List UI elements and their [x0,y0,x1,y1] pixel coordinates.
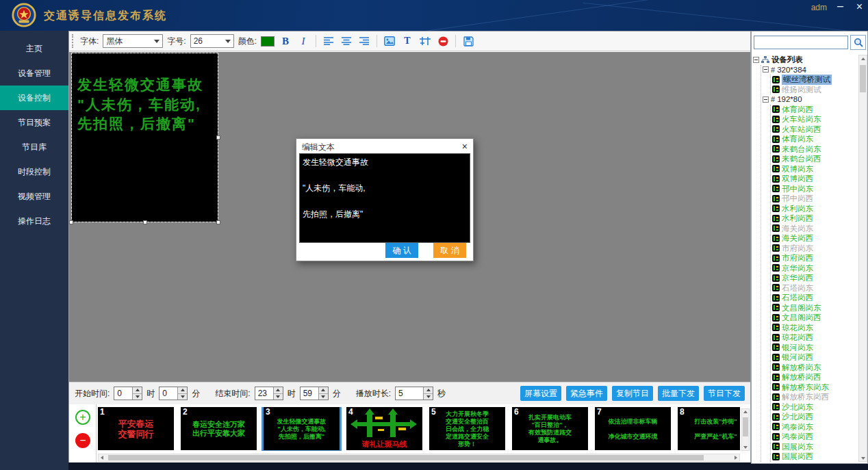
device-item[interactable]: 文昌阁岗西 [772,313,857,323]
led-selection[interactable]: 发生轻微交通事故 "人未伤，车能动, 先拍照，后撤离" [71,53,218,222]
device-item[interactable]: 银河岗东 [772,343,857,353]
device-item[interactable]: 京华岗西 [772,273,857,283]
scrollbar-thumb[interactable] [108,455,704,460]
spinner[interactable] [273,387,283,400]
device-item[interactable]: 解放桥岗东 [772,363,857,373]
spin-down-icon[interactable] [424,394,433,400]
device-item[interactable]: 海关岗东 [772,224,857,234]
collapse-icon[interactable] [763,66,769,73]
device-item[interactable]: 水利岗西 [772,213,857,224]
device-item[interactable]: 鸿泰岗西 [772,432,857,442]
device-item[interactable]: 市府岗西 [772,253,857,263]
device-item[interactable]: 琼花岗西 [772,332,857,343]
device-item[interactable]: 来鹤台岗东 [772,144,857,155]
align-left-button[interactable] [322,34,335,48]
program-thumb[interactable]: 8打击改装"炸街" 严查严处"机车" [678,407,740,450]
device-item[interactable]: 解放桥东岗东 [772,382,857,393]
device-item[interactable]: 京华岗东 [772,263,857,274]
device-item[interactable]: 海关岗西 [772,233,857,244]
end-hour-stepper[interactable]: 23 [255,387,283,400]
start-minute-stepper[interactable]: 0 [159,387,188,400]
scroll-down-icon[interactable] [859,455,867,461]
program-thumb[interactable]: 5大力开展秋冬季交通安全整治百日会战，全力稳定道路交通安全形势！ [429,407,505,450]
device-item[interactable]: 来鹤台岗西 [772,154,857,164]
action-button[interactable]: 紧急事件 [566,386,607,401]
collapse-icon[interactable] [753,57,759,63]
spinner[interactable] [423,387,433,400]
confirm-button[interactable]: 确 认 [385,243,418,258]
spin-down-icon[interactable] [274,394,283,400]
device-item[interactable]: 解放桥岗西 [772,372,857,382]
sidebar-item[interactable]: 节目预案 [0,110,68,135]
device-item[interactable]: 水利岗东 [772,204,857,214]
program-thumb[interactable]: 6扎实开展电动车"百日整治"，有效预防道路交通事故。 [512,407,588,450]
device-item[interactable]: 体育岗东 [772,134,857,144]
spin-up-icon[interactable] [319,387,328,394]
insert-image-button[interactable] [383,34,396,48]
scrollbar-thumb[interactable] [860,65,866,92]
device-item[interactable]: 银河岗西 [772,352,857,363]
resize-handle[interactable] [69,220,73,224]
scrollbar-thumb[interactable] [743,417,748,436]
spin-up-icon[interactable] [178,387,187,394]
device-item[interactable]: 火车站岗东 [772,114,857,125]
device-item[interactable]: 火车站岗西 [772,125,857,135]
device-item[interactable]: 国展岗东 [772,442,857,452]
align-right-button[interactable] [357,34,371,48]
font-size-select[interactable]: 26 [190,34,234,48]
scroll-up-icon[interactable] [859,55,867,62]
action-button[interactable]: 复制节目 [612,386,653,401]
end-minute-stepper[interactable]: 59 [300,387,329,400]
stop-publish-button[interactable] [436,34,450,48]
italic-button[interactable]: I [296,34,310,48]
sidebar-item[interactable]: 主页 [0,36,68,61]
color-swatch[interactable] [261,36,275,47]
spinner[interactable] [177,387,187,400]
device-group[interactable]: #320*384 [763,65,857,75]
device-item[interactable]: 双博岗西 [772,174,857,184]
program-thumb[interactable]: 7依法治理非标车辆 净化城市交通环境 [595,407,671,450]
action-button[interactable]: 屏幕设置 [520,386,561,401]
device-item[interactable]: 市府岗东 [772,244,857,254]
sidebar-item[interactable]: 节目库 [0,135,68,159]
program-thumb[interactable]: 2春运安全连万家出行平安靠大家 [181,407,257,450]
close-icon[interactable]: × [856,1,863,13]
device-item[interactable]: 沙北岗西 [772,412,857,422]
device-item[interactable]: 石塔岗西 [772,293,857,303]
device-item[interactable]: 维扬岗测试 [772,85,857,95]
device-item[interactable]: 解放桥东岗西 [772,392,857,402]
resize-handle[interactable] [216,135,220,140]
spin-up-icon[interactable] [133,387,142,394]
scroll-up-icon[interactable] [742,409,749,415]
toolbar-grip[interactable] [72,34,75,48]
spin-down-icon[interactable] [319,394,328,400]
scroll-down-icon[interactable] [742,445,749,450]
duration-stepper[interactable]: 5 [395,387,433,400]
font-select[interactable]: 黑体 [103,34,163,48]
spinner[interactable] [318,387,328,400]
save-button[interactable] [461,34,475,48]
sidebar-item[interactable]: 视频管理 [0,184,68,209]
sidebar-item[interactable]: 时段控制 [0,159,68,184]
minimize-icon[interactable]: – [837,0,843,12]
bold-button[interactable]: B [279,34,292,48]
device-group[interactable]: #192*80 [763,94,857,105]
spin-up-icon[interactable] [274,387,283,394]
sidebar-item[interactable]: 操作日志 [0,209,68,233]
collapse-icon[interactable] [763,96,769,103]
spin-down-icon[interactable] [133,394,142,400]
scroll-left-icon[interactable] [99,454,105,461]
dialog-text-editor[interactable]: 发生轻微交通事故 "人未伤，车能动, 先拍照，后撤离" [299,153,470,243]
resize-handle[interactable] [216,220,220,224]
sidebar-item[interactable]: 设备控制 [0,86,68,110]
align-center-button[interactable] [340,34,353,48]
dialog-close-icon[interactable]: × [462,141,468,152]
program-thumb[interactable]: 1平安春运交警同行 [98,407,174,450]
thumbnail-horizontal-scrollbar[interactable] [98,454,740,462]
device-item[interactable]: 沙北岗东 [772,402,857,413]
device-item[interactable]: 双博岗东 [772,164,857,174]
device-item[interactable]: 鸿泰岗东 [772,422,857,432]
action-button[interactable]: 节目下发 [704,386,745,401]
spinner[interactable] [132,387,142,400]
device-item[interactable]: 琼花岗东 [772,323,857,333]
